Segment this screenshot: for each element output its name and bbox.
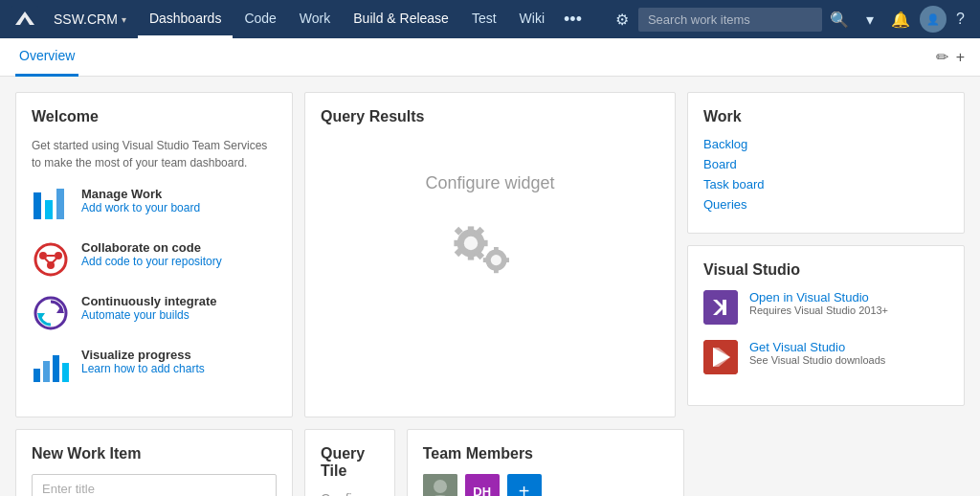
search-container bbox=[638, 8, 822, 32]
svg-rect-14 bbox=[33, 369, 40, 382]
work-link-taskboard[interactable]: Task board bbox=[703, 177, 948, 192]
subbar-actions: ✏ + bbox=[936, 48, 965, 66]
manage-work-link[interactable]: Add work to your board bbox=[81, 201, 200, 214]
visualize-icon bbox=[32, 348, 70, 386]
vs-open-item: Open in Visual Studio Requires Visual St… bbox=[703, 290, 948, 325]
svg-rect-2 bbox=[45, 200, 53, 219]
nav-item-wiki[interactable]: Wiki bbox=[508, 0, 556, 38]
team-member-avatar-1[interactable] bbox=[423, 474, 457, 496]
welcome-subtitle: Get started using Visual Studio Team Ser… bbox=[32, 137, 277, 171]
new-work-item-input[interactable] bbox=[32, 474, 277, 496]
search-input[interactable] bbox=[638, 8, 822, 32]
visualize-link[interactable]: Learn how to add charts bbox=[81, 362, 205, 375]
svg-rect-20 bbox=[468, 226, 474, 234]
vs-open-sub: Requires Visual Studio 2013+ bbox=[749, 304, 888, 316]
svg-rect-32 bbox=[503, 258, 509, 262]
gears-icon bbox=[452, 213, 528, 292]
welcome-item-visualize: Visualize progress Learn how to add char… bbox=[32, 348, 277, 386]
nav-items: Dashboards Code Work Build & Release Tes… bbox=[138, 0, 590, 38]
visualize-title: Visualize progress bbox=[81, 348, 205, 362]
welcome-title: Welcome bbox=[32, 108, 277, 125]
nav-more-icon[interactable]: ••• bbox=[556, 0, 590, 38]
org-chevron-icon: ▾ bbox=[122, 14, 126, 25]
team-members-title: Team Members bbox=[423, 445, 668, 462]
svg-rect-0 bbox=[11, 6, 38, 33]
integrate-link[interactable]: Automate your builds bbox=[81, 308, 217, 322]
vs-get-label[interactable]: Get Visual Studio bbox=[749, 340, 885, 354]
team-avatars: DH + bbox=[423, 474, 668, 496]
visual-studio-card: Visual Studio Open in Visual Studio Requ… bbox=[687, 245, 965, 406]
chevron-search-icon[interactable]: ▾ bbox=[858, 11, 881, 29]
svg-point-53 bbox=[434, 480, 447, 493]
vs-title: Visual Studio bbox=[703, 261, 948, 279]
query-tile-configure: Configure widget bbox=[321, 491, 379, 496]
welcome-item-integrate: Continuously integrate Automate your bui… bbox=[32, 294, 277, 332]
nav-item-dashboards[interactable]: Dashboards bbox=[138, 0, 234, 38]
work-link-queries[interactable]: Queries bbox=[703, 197, 948, 212]
collaborate-link[interactable]: Add code to your repository bbox=[81, 255, 222, 268]
welcome-item-collaborate: Collaborate on code Add code to your rep… bbox=[32, 240, 277, 279]
svg-rect-3 bbox=[56, 189, 64, 219]
work-card: Work Backlog Board Task board Queries bbox=[687, 92, 965, 234]
search-icon-btn[interactable]: 🔍 bbox=[822, 11, 857, 29]
add-widget-icon[interactable]: + bbox=[956, 49, 965, 66]
svg-rect-30 bbox=[494, 247, 499, 253]
manage-work-title: Manage Work bbox=[81, 187, 200, 201]
edit-dashboard-icon[interactable]: ✏ bbox=[936, 48, 948, 66]
notification-icon[interactable]: 🔔 bbox=[883, 11, 918, 29]
query-tile-title: Query Tile bbox=[321, 445, 379, 480]
nav-item-code[interactable]: Code bbox=[233, 0, 287, 38]
svg-rect-23 bbox=[454, 240, 461, 246]
vs-get-sub: See Visual Studio downloads bbox=[749, 354, 885, 366]
new-work-item-card: New Work Item Bug Task User Story Epic F… bbox=[15, 429, 293, 496]
svg-rect-16 bbox=[53, 355, 59, 382]
vs-get-item: Get Visual Studio See Visual Studio down… bbox=[703, 340, 948, 374]
svg-line-10 bbox=[52, 259, 56, 263]
org-selector[interactable]: SSW.CRM ▾ bbox=[46, 11, 134, 27]
query-results-configure-text: Configure widget bbox=[425, 173, 554, 193]
svg-rect-35 bbox=[723, 300, 726, 315]
team-member-add-button[interactable]: + bbox=[507, 474, 542, 496]
work-title: Work bbox=[703, 108, 948, 125]
app-logo[interactable] bbox=[8, 2, 42, 36]
bottom-row: Sprint Burndown Widget failed to load Mo… bbox=[15, 429, 965, 496]
settings-icon[interactable]: ⚙ bbox=[606, 11, 638, 29]
org-name: SSW.CRM bbox=[54, 11, 118, 27]
svg-rect-22 bbox=[480, 240, 488, 246]
navbar: SSW.CRM ▾ Dashboards Code Work Build & R… bbox=[0, 0, 980, 38]
query-tile-card: Query Tile Configure widget bbox=[304, 429, 395, 496]
vs-open-label[interactable]: Open in Visual Studio bbox=[749, 290, 888, 304]
main-content: Welcome Get started using Visual Studio … bbox=[0, 77, 980, 496]
svg-rect-15 bbox=[43, 361, 50, 382]
svg-point-19 bbox=[464, 237, 478, 250]
tab-overview[interactable]: Overview bbox=[15, 38, 78, 77]
user-avatar[interactable]: 👤 bbox=[920, 6, 947, 33]
svg-rect-1 bbox=[33, 192, 41, 219]
query-results-card: Query Results Configure widget bbox=[304, 92, 676, 417]
query-results-configure: Configure widget bbox=[321, 137, 659, 328]
vs-open-icon bbox=[703, 290, 738, 325]
svg-rect-17 bbox=[62, 363, 69, 382]
svg-point-29 bbox=[491, 255, 501, 265]
svg-rect-33 bbox=[483, 258, 489, 262]
subbar-tabs: Overview bbox=[15, 38, 98, 77]
query-tile-configure-text: Configure widget bbox=[321, 491, 379, 496]
work-link-backlog[interactable]: Backlog bbox=[703, 137, 948, 151]
nav-right-actions: 🔍 ▾ 🔔 👤 ? bbox=[822, 6, 972, 33]
welcome-card: Welcome Get started using Visual Studio … bbox=[15, 92, 293, 417]
team-members-card: Team Members DH + bbox=[407, 429, 684, 496]
nav-item-build-release[interactable]: Build & Release bbox=[342, 0, 460, 38]
team-member-avatar-2[interactable]: DH bbox=[465, 474, 500, 496]
new-work-item-title: New Work Item bbox=[32, 445, 277, 462]
integrate-icon bbox=[32, 294, 70, 332]
nav-item-work[interactable]: Work bbox=[288, 0, 342, 38]
query-results-title: Query Results bbox=[321, 108, 659, 125]
collaborate-icon bbox=[32, 240, 70, 279]
work-link-board[interactable]: Board bbox=[703, 157, 948, 171]
vs-get-icon bbox=[703, 340, 738, 374]
svg-point-4 bbox=[35, 244, 66, 275]
svg-rect-31 bbox=[494, 267, 499, 273]
help-icon[interactable]: ? bbox=[948, 11, 972, 28]
nav-item-test[interactable]: Test bbox=[460, 0, 508, 38]
svg-line-9 bbox=[45, 259, 50, 263]
